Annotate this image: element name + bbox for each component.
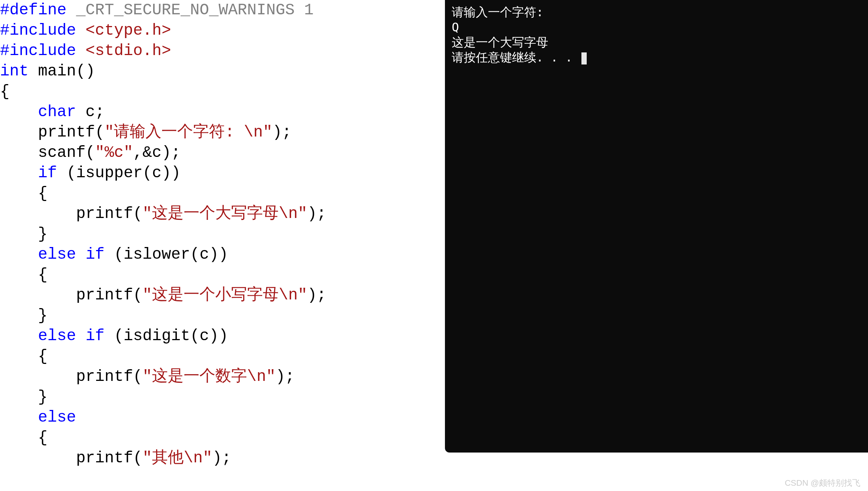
code-line: { [0,183,445,204]
code-line: { [0,265,445,285]
code-line: printf("这是一个数字\n"); [0,367,445,387]
code-token: main() [29,62,95,80]
code-line: if (isupper(c)) [0,163,445,183]
code-token: (isdigit(c)) [104,327,228,345]
code-line: else if (islower(c)) [0,244,445,265]
code-token: if [86,246,104,264]
code-token: printf( [0,368,143,386]
code-line: } [0,305,445,326]
code-line: printf("这是一个小写字母\n"); [0,285,445,305]
code-token: { [0,347,48,365]
code-line: { [0,346,445,367]
code-token: "这是一个数字\n" [143,368,276,386]
code-line: #include <stdio.h> [0,41,445,61]
code-token [0,246,38,264]
code-token: <stdio.h> [86,42,171,60]
code-token: ); [212,449,231,467]
code-line: else [0,407,445,428]
code-line: printf("请输入一个字符: \n"); [0,122,445,143]
console-line: 请按任意键继续. . . [452,50,861,65]
code-line: #define _CRT_SECURE_NO_WARNINGS 1 [0,0,445,20]
code-token: int [0,62,29,80]
code-token: "这是一个大写字母\n" [143,205,307,223]
code-token: { [0,429,48,447]
code-token: printf( [0,286,143,304]
code-line: else if (isdigit(c)) [0,326,445,346]
console-output-pane[interactable]: 请输入一个字符:Q这是一个大写字母请按任意键继续. . . [445,0,868,453]
code-token: if [38,164,57,182]
code-token: ); [307,286,326,304]
code-token: #define [0,1,66,19]
code-line: } [0,224,445,244]
code-token: "其他\n" [143,449,212,467]
code-token: } [0,307,48,325]
code-token [76,246,86,264]
code-line: #include <ctype.h> [0,20,445,41]
console-line: Q [452,20,861,35]
code-token [0,408,38,427]
code-token: } [0,225,48,243]
code-token: <ctype.h> [86,21,171,40]
cursor-icon [581,52,587,64]
code-line: { [0,428,445,448]
code-token: ,&c); [133,144,181,162]
code-token: if [86,327,104,345]
code-token: (isupper(c)) [57,164,181,182]
watermark-text: CSDN @颇特别找飞 [785,477,860,489]
code-token: } [0,388,48,406]
code-token: c; [76,103,105,121]
code-line: scanf("%c",&c); [0,143,445,163]
code-token: ); [276,368,294,386]
code-token: "这是一个小写字母\n" [143,286,307,304]
console-line: 这是一个大写字母 [452,35,861,50]
code-token: scanf( [0,144,95,162]
code-token [76,327,86,345]
code-token: char [38,103,76,121]
code-line: char c; [0,102,445,122]
code-line: printf("这是一个大写字母\n"); [0,204,445,224]
code-token: printf( [0,205,143,223]
code-token: "请输入一个字符: \n" [104,123,272,141]
code-token: else [38,408,76,427]
code-token: else [38,327,76,345]
code-token: #include [0,21,76,40]
code-token [0,164,38,182]
code-editor-pane[interactable]: #define _CRT_SECURE_NO_WARNINGS 1#includ… [0,0,445,491]
code-token [76,21,86,40]
code-token: { [0,184,48,203]
code-token: else [38,246,76,264]
code-token: { [0,266,48,284]
console-line: 请输入一个字符: [452,5,861,20]
code-token: (islower(c)) [104,246,228,264]
code-token: #include [0,42,76,60]
code-token: ); [272,123,291,141]
code-token: ); [307,205,326,223]
code-line: { [0,81,445,102]
code-token: printf( [0,449,143,467]
code-token [0,103,38,121]
code-token: printf( [0,123,104,141]
code-line: int main() [0,61,445,81]
code-token: "%c" [95,144,133,162]
code-token: _CRT_SECURE_NO_WARNINGS 1 [66,1,313,19]
code-line: } [0,387,445,407]
code-token [0,327,38,345]
code-token: { [0,83,9,101]
code-line: printf("其他\n"); [0,448,445,468]
code-token [76,42,86,60]
